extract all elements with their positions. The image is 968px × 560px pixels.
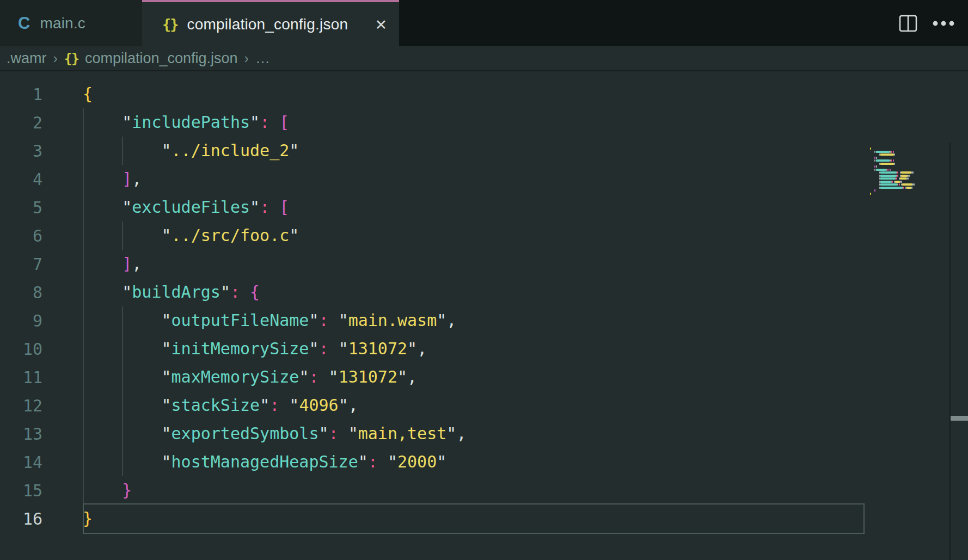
code-line-text: }	[83, 476, 132, 504]
code-line[interactable]: 2 "includePaths": [	[0, 108, 968, 137]
overview-ruler	[949, 143, 951, 560]
editor-actions	[898, 0, 955, 46]
line-number[interactable]: 13	[0, 424, 42, 444]
breadcrumb-item-symbol-ellipsis[interactable]: …	[255, 50, 270, 67]
minimap[interactable]	[866, 143, 949, 560]
line-number[interactable]: 6	[0, 226, 42, 245]
split-editor-icon[interactable]	[898, 14, 918, 33]
line-number[interactable]: 10	[0, 340, 42, 359]
code-line[interactable]: 13 "exportedSymbols": "main,test",	[0, 420, 968, 448]
code-line[interactable]: 6 "../src/foo.c"	[0, 221, 968, 250]
line-number[interactable]: 15	[0, 481, 42, 500]
indent-guide-line	[122, 221, 123, 250]
indent-guide-line	[83, 278, 84, 306]
indent-guide-line	[83, 391, 84, 420]
line-number[interactable]: 14	[0, 453, 42, 472]
chevron-right-icon: ›	[53, 51, 58, 66]
indent-guide-line	[122, 363, 123, 391]
tab-compilation-config-json[interactable]: {} compilation_config.json ✕	[142, 0, 399, 46]
code-line[interactable]: 12 "stackSize": "4096",	[0, 391, 968, 420]
indent-guide-line	[122, 306, 123, 335]
indent-guide-line	[122, 137, 123, 165]
code-line-text: "maxMemorySize": "131072",	[83, 363, 417, 391]
line-number[interactable]: 1	[0, 85, 42, 104]
code-line[interactable]: 15 }	[0, 476, 968, 504]
code-lines: 1{2 "includePaths": [3 "../include_2"4 ]…	[0, 80, 968, 533]
line-number[interactable]: 5	[0, 198, 42, 217]
line-number[interactable]: 12	[0, 396, 42, 415]
code-line[interactable]: 11 "maxMemorySize": "131072",	[0, 363, 968, 391]
breadcrumb-item-file[interactable]: compilation_config.json	[85, 50, 238, 67]
code-line[interactable]: 16}	[0, 504, 968, 533]
line-number[interactable]: 4	[0, 170, 42, 189]
breadcrumb: .wamr › {} compilation_config.json › …	[0, 46, 968, 71]
indent-guide-line	[83, 193, 84, 221]
line-number[interactable]: 9	[0, 311, 42, 330]
code-line-text: "outputFileName": "main.wasm",	[83, 306, 456, 335]
indent-guide-line	[83, 335, 84, 363]
indent-guide-line	[122, 420, 123, 448]
code-line-text: {	[83, 80, 93, 108]
line-number[interactable]: 3	[0, 141, 42, 161]
code-line-text: "buildArgs": {	[83, 278, 260, 306]
indent-guide-line	[122, 335, 123, 363]
code-line-text: "includePaths": [	[83, 108, 289, 137]
indent-guide-line	[83, 137, 84, 165]
code-line-text: "initMemorySize": "131072",	[83, 335, 427, 363]
code-line[interactable]: 14 "hostManagedHeapSize": "2000"	[0, 448, 968, 476]
code-line-text: "exportedSymbols": "main,test",	[83, 420, 466, 448]
indent-guide-line	[83, 165, 84, 193]
line-number[interactable]: 2	[0, 113, 42, 132]
tab-label: compilation_config.json	[187, 16, 348, 33]
chevron-right-icon: ›	[244, 51, 249, 66]
indent-guide-line	[83, 250, 84, 278]
code-line-text: "../include_2"	[83, 137, 299, 165]
indent-guide-line	[83, 306, 84, 335]
indent-guide-line	[83, 420, 84, 448]
code-line-text: ],	[83, 165, 142, 193]
json-braces-icon: {}	[64, 51, 78, 66]
indent-guide-line	[83, 448, 84, 476]
c-file-icon: C	[18, 14, 30, 33]
tab-bar: C main.c {} compilation_config.json ✕	[0, 0, 968, 46]
json-braces-icon: {}	[162, 16, 178, 33]
code-line-text: }	[83, 504, 93, 533]
indent-guide-line	[122, 391, 123, 420]
code-line[interactable]: 9 "outputFileName": "main.wasm",	[0, 306, 968, 335]
code-line-text: ],	[83, 250, 142, 278]
indent-guide-line	[83, 363, 84, 391]
code-line[interactable]: 3 "../include_2"	[0, 137, 968, 165]
close-icon[interactable]: ✕	[375, 17, 387, 32]
more-actions-icon[interactable]	[932, 20, 955, 27]
line-number[interactable]: 8	[0, 283, 42, 302]
code-line-text: "stackSize": "4096",	[83, 391, 358, 420]
code-line-text: "../src/foo.c"	[83, 221, 299, 250]
code-line[interactable]: 7 ],	[0, 250, 968, 278]
tab-label: main.c	[40, 15, 85, 32]
line-number[interactable]: 11	[0, 368, 42, 387]
tab-main-c[interactable]: C main.c	[0, 0, 142, 46]
indent-guide-line	[83, 476, 84, 504]
code-line[interactable]: 8 "buildArgs": {	[0, 278, 968, 306]
line-number[interactable]: 16	[0, 509, 42, 528]
code-line[interactable]: 10 "initMemorySize": "131072",	[0, 335, 968, 363]
code-line[interactable]: 1{	[0, 80, 968, 108]
ruler-cursor-marker	[951, 416, 968, 421]
indent-guide-line	[83, 108, 84, 137]
indent-guide-line	[83, 221, 84, 250]
indent-guide-line	[122, 448, 123, 476]
line-number[interactable]: 7	[0, 255, 42, 274]
breadcrumb-item-folder[interactable]: .wamr	[7, 50, 47, 67]
code-line-text: "excludeFiles": [	[83, 193, 289, 221]
code-line-text: "hostManagedHeapSize": "2000"	[83, 448, 446, 476]
code-line[interactable]: 5 "excludeFiles": [	[0, 193, 968, 221]
code-editor[interactable]: 1{2 "includePaths": [3 "../include_2"4 ]…	[0, 71, 968, 560]
code-line[interactable]: 4 ],	[0, 165, 968, 193]
